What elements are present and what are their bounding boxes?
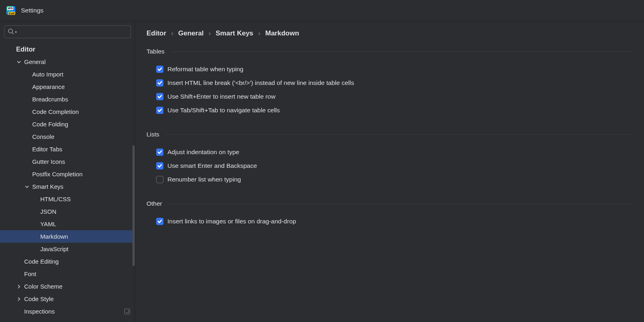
checkbox-icon[interactable] [156,107,163,114]
search-input[interactable] [19,29,127,35]
svg-line-1 [12,33,14,34]
chevron-down-icon [24,185,30,189]
option-shift-enter-row[interactable]: Use Shift+Enter to insert new table row [147,90,633,103]
option-label: Insert links to images or files on drag-… [167,218,296,225]
sidebar-item-label: Color Scheme [24,283,62,290]
svg-point-0 [8,29,12,33]
option-label: Use Shift+Enter to insert new table row [167,93,275,100]
sidebar-item-label: Code Folding [32,121,68,128]
checkbox-icon[interactable] [156,162,163,169]
section-lists: Lists Adjust indentation on type Use sma… [147,131,633,186]
settings-main-pane: Editor › General › Smart Keys › Markdown… [135,21,644,322]
sidebar-item-code-folding[interactable]: Code Folding [0,118,135,130]
sidebar-item-javascript[interactable]: JavaScript [0,243,135,255]
checkbox-icon[interactable] [156,149,163,156]
option-reformat-table[interactable]: Reformat table when typing [147,62,633,76]
checkbox-icon[interactable] [156,66,163,73]
sidebar-item-code-editing[interactable]: Code Editing [0,255,135,268]
sidebar-heading-editor[interactable]: Editor [0,43,135,56]
breadcrumb-editor[interactable]: Editor [147,29,166,37]
sidebar-item-code-style[interactable]: Code Style [0,293,135,305]
option-renumber[interactable]: Renumber list when typing [147,173,633,186]
search-filter-caret-icon[interactable]: ▾ [15,30,17,34]
sidebar-item-smart-keys[interactable]: Smart Keys [0,180,135,193]
app-icon [6,6,15,15]
breadcrumb-sep-icon: › [208,29,211,37]
sidebar-item-appearance[interactable]: Appearance [0,80,135,93]
sidebar-item-label: JavaScript [40,246,68,252]
sidebar-item-inspections[interactable]: Inspections [0,305,135,318]
sidebar-item-console[interactable]: Console [0,130,135,143]
content: ▾ Editor General Auto Import [0,21,644,322]
chevron-right-icon [16,297,22,301]
breadcrumb-smart-keys[interactable]: Smart Keys [216,29,254,37]
breadcrumb-sep-icon: › [171,29,173,37]
sidebar-item-label: Code Editing [24,258,59,265]
option-label: Adjust indentation on type [167,149,239,156]
sidebar-item-label: YAML [40,221,56,227]
search-field[interactable]: ▾ [4,25,131,38]
sidebar-item-label: Font [24,270,36,277]
checkbox-icon[interactable] [156,218,163,225]
sidebar-item-label: Auto Import [32,71,64,78]
breadcrumb-markdown: Markdown [265,29,299,37]
sidebar-item-label: Inspections [24,308,55,315]
option-label: Reformat table when typing [167,66,244,73]
sidebar-item-editor-tabs[interactable]: Editor Tabs [0,143,135,155]
sidebar-item-auto-import[interactable]: Auto Import [0,68,135,80]
section-divider [170,52,633,52]
option-label: Insert HTML line break ('<br/>') instead… [167,79,354,87]
sidebar-item-markdown[interactable]: Markdown [0,230,135,243]
sidebar-item-code-completion[interactable]: Code Completion [0,105,135,118]
section-divider [168,204,633,204]
option-smart-enter[interactable]: Use smart Enter and Backspace [147,159,633,173]
sidebar-item-label: Postfix Completion [32,171,83,178]
checkbox-icon[interactable] [156,79,163,87]
sidebar-item-label: JSON [40,208,56,215]
search-icon [8,28,14,36]
sidebar-item-label: Markdown [40,233,68,240]
option-tab-navigate[interactable]: Use Tab/Shift+Tab to navigate table cell… [147,103,633,117]
option-adjust-indent[interactable]: Adjust indentation on type [147,145,633,159]
settings-tree: Editor General Auto Import Appearance Br… [0,41,135,322]
sidebar-item-label: Console [32,133,54,140]
sidebar-item-json[interactable]: JSON [0,205,135,218]
breadcrumb: Editor › General › Smart Keys › Markdown [147,29,633,37]
sidebar-item-label: HTML/CSS [40,196,71,202]
option-html-br[interactable]: Insert HTML line break ('<br/>') instead… [147,76,633,90]
breadcrumb-general[interactable]: General [178,29,204,37]
inspections-scope-icon [124,309,130,314]
sidebar-item-label: Gutter Icons [32,158,65,165]
option-label: Use Tab/Shift+Tab to navigate table cell… [167,107,280,114]
sidebar-item-color-scheme[interactable]: Color Scheme [0,280,135,293]
checkbox-icon[interactable] [156,93,163,100]
sidebar-item-label: General [24,58,45,65]
section-title: Other [147,200,162,207]
sidebar-heading-label: Editor [16,45,35,53]
settings-sidebar: ▾ Editor General Auto Import [0,21,135,322]
sidebar-scrollbar[interactable] [132,145,135,266]
sidebar-item-font[interactable]: Font [0,268,135,280]
section-tables: Tables Reformat table when typing Insert… [147,48,633,117]
sidebar-item-yaml[interactable]: YAML [0,218,135,230]
sidebar-item-general[interactable]: General [0,56,135,68]
sidebar-item-label: Editor Tabs [32,146,62,153]
breadcrumb-sep-icon: › [258,29,260,37]
sidebar-item-gutter-icons[interactable]: Gutter Icons [0,155,135,168]
option-label: Renumber list when typing [167,176,241,183]
option-dnd-links[interactable]: Insert links to images or files on drag-… [147,215,633,228]
section-title: Lists [147,131,159,138]
sidebar-item-label: Smart Keys [32,183,64,190]
section-other: Other Insert links to images or files on… [147,200,633,228]
section-divider [165,134,633,135]
option-label: Use smart Enter and Backspace [167,162,257,169]
section-title: Tables [147,48,165,55]
sidebar-item-label: Breadcrumbs [32,96,68,103]
sidebar-item-breadcrumbs[interactable]: Breadcrumbs [0,93,135,105]
sidebar-item-label: Code Style [24,295,54,302]
sidebar-item-postfix-completion[interactable]: Postfix Completion [0,168,135,180]
window-title: Settings [21,7,43,14]
sidebar-item-html-css[interactable]: HTML/CSS [0,193,135,205]
checkbox-icon[interactable] [156,176,163,183]
titlebar: Settings [0,0,644,21]
